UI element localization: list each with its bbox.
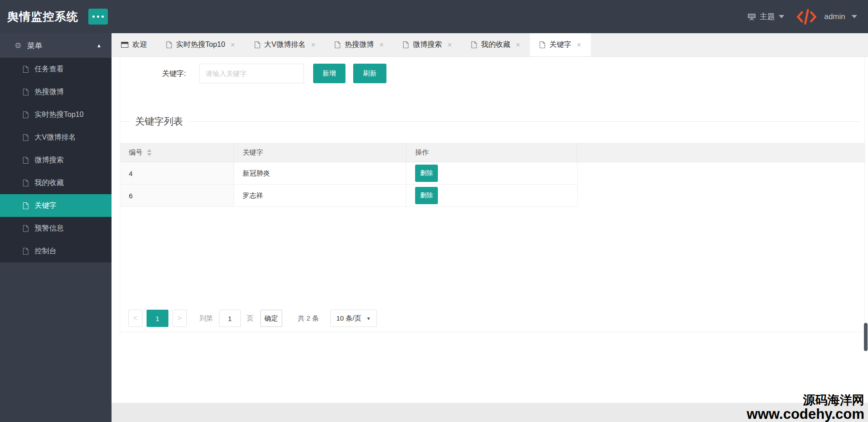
sidebar-item-realtime-top10[interactable]: 实时热搜Top10	[0, 103, 112, 126]
scrollbar-thumb[interactable]	[864, 323, 868, 351]
sidebar-item-task-view[interactable]: 任务查看	[0, 58, 112, 80]
sidebar-item-weibo-search[interactable]: 微博搜索	[0, 149, 112, 171]
gear-icon: ⚙	[15, 41, 21, 50]
file-icon	[23, 225, 29, 232]
user-dropdown[interactable]: admin	[824, 12, 857, 21]
main-area: 欢迎 实时热搜Top10 × 大V微博排名 × 热搜微博 × 微博搜索 ×	[112, 33, 868, 422]
column-header-keyword: 关键字	[234, 143, 406, 162]
sidebar: ⚙ 菜单 ▲ 任务查看 热搜微博 实时热搜Top10 大V微博排名	[0, 33, 112, 422]
pagination: < 1 > 到第 页 确定 共 2 条 10 条/页 ▼	[128, 310, 377, 327]
delete-button[interactable]: 删除	[415, 187, 438, 204]
file-icon	[23, 248, 29, 255]
current-page-button[interactable]: 1	[147, 310, 168, 327]
close-icon[interactable]: ×	[516, 40, 520, 50]
refresh-button[interactable]: 刷新	[353, 64, 386, 83]
close-icon[interactable]: ×	[447, 40, 452, 50]
ellipsis-icon	[92, 15, 95, 18]
add-button[interactable]: 新增	[313, 64, 345, 83]
file-icon	[254, 41, 260, 48]
tab-realtime-top10[interactable]: 实时热搜Top10 ×	[157, 33, 245, 56]
file-icon	[23, 202, 29, 209]
theme-label: 主题	[760, 11, 775, 22]
table-header-row: 编号 关键字 操作	[120, 143, 865, 162]
keyword-label: 关键字:	[162, 64, 186, 83]
app-title: 舆情监控系统	[7, 9, 78, 24]
tab-weibo-search[interactable]: 微博搜索 ×	[393, 33, 462, 56]
file-icon	[23, 89, 29, 95]
keyword-form: 关键字: 新增 刷新	[120, 64, 864, 83]
tab-bigv-ranking[interactable]: 大V微博排名 ×	[245, 33, 325, 56]
cell-id: 4	[120, 162, 234, 184]
file-icon	[23, 134, 29, 141]
file-icon	[471, 41, 477, 48]
username: admin	[824, 12, 845, 21]
cell-action: 删除	[406, 162, 578, 184]
sidebar-item-my-favorites[interactable]: 我的收藏	[0, 171, 112, 194]
watermark-site-url: www.codehy.com	[747, 407, 864, 422]
prev-page-button[interactable]: <	[128, 310, 142, 327]
sidebar-item-keywords[interactable]: 关键字	[0, 194, 112, 217]
close-icon[interactable]: ×	[379, 40, 384, 50]
file-icon	[23, 111, 29, 118]
file-icon	[23, 180, 29, 186]
sidebar-item-bigv-ranking[interactable]: 大V微博排名	[0, 126, 112, 149]
chevron-down-icon	[779, 15, 784, 18]
confirm-button[interactable]: 确定	[260, 310, 282, 327]
sidebar-item-hot-weibo[interactable]: 热搜微博	[0, 80, 112, 103]
theme-dropdown[interactable]: 主题	[747, 11, 784, 22]
table-row: 4 新冠肺炎 删除	[120, 162, 578, 185]
content-card: 关键字: 新增 刷新 关键字列表 编号 关键字 操作	[120, 57, 865, 332]
close-icon[interactable]: ×	[311, 40, 315, 50]
sidebar-toggle-button[interactable]	[88, 9, 108, 25]
file-icon	[335, 41, 340, 48]
app-window: 舆情监控系统 主题 admin	[0, 0, 868, 422]
keyword-table: 编号 关键字 操作 4 新冠肺炎 删除	[120, 143, 865, 207]
sidebar-item-alert-info[interactable]: 预警信息	[0, 217, 112, 240]
table-row: 6 罗志祥 删除	[120, 185, 578, 207]
tab-welcome[interactable]: 欢迎	[112, 33, 157, 56]
theme-icon	[747, 13, 756, 20]
watermark-site-name: 源码海洋网	[747, 394, 864, 407]
menu-header-label: 菜单	[27, 40, 42, 51]
watermark: 源码海洋网 www.codehy.com	[747, 394, 864, 422]
delete-button[interactable]: 删除	[415, 165, 438, 182]
page-size-select[interactable]: 10 条/页 ▼	[330, 310, 377, 327]
sidebar-item-console[interactable]: 控制台	[0, 240, 112, 262]
section-title: 关键字列表	[129, 112, 189, 131]
section-divider	[120, 121, 860, 122]
goto-suffix-label: 页	[247, 314, 254, 323]
file-icon	[403, 41, 409, 48]
tab-bar: 欢迎 实时热搜Top10 × 大V微博排名 × 热搜微博 × 微博搜索 ×	[112, 33, 868, 57]
keyword-input[interactable]	[199, 64, 304, 83]
column-header-action: 操作	[406, 143, 577, 162]
column-header-id: 编号	[120, 143, 234, 162]
tab-hot-weibo[interactable]: 热搜微博 ×	[325, 33, 393, 56]
menu-list: 任务查看 热搜微博 实时热搜Top10 大V微博排名 微博搜索 我的收藏	[0, 58, 112, 262]
file-icon	[23, 157, 29, 164]
header-right: 主题 admin	[747, 8, 857, 25]
goto-prefix-label: 到第	[199, 314, 213, 323]
window-icon	[121, 42, 128, 48]
cell-id: 6	[120, 185, 234, 206]
menu-header[interactable]: ⚙ 菜单 ▲	[0, 33, 112, 58]
column-header-empty	[577, 143, 865, 162]
chevron-down-icon	[852, 15, 857, 18]
cell-keyword: 新冠肺炎	[234, 162, 406, 184]
file-icon	[539, 41, 545, 48]
close-icon[interactable]: ×	[577, 40, 581, 50]
next-page-button[interactable]: >	[173, 310, 187, 327]
tab-my-favorites[interactable]: 我的收藏 ×	[462, 33, 530, 56]
collapse-arrow-icon: ▲	[96, 43, 102, 48]
tab-keywords[interactable]: 关键字 ×	[530, 33, 591, 56]
top-header: 舆情监控系统 主题 admin	[0, 0, 868, 33]
file-icon	[166, 41, 172, 48]
code-logo-icon	[796, 8, 817, 25]
chevron-down-icon: ▼	[366, 316, 371, 321]
goto-page-input[interactable]	[219, 310, 241, 327]
cell-action: 删除	[406, 185, 578, 206]
cell-keyword: 罗志祥	[234, 185, 406, 206]
file-icon	[23, 66, 29, 73]
close-icon[interactable]: ×	[231, 40, 235, 50]
sort-icon[interactable]	[147, 149, 152, 156]
total-count-label: 共 2 条	[298, 314, 319, 323]
